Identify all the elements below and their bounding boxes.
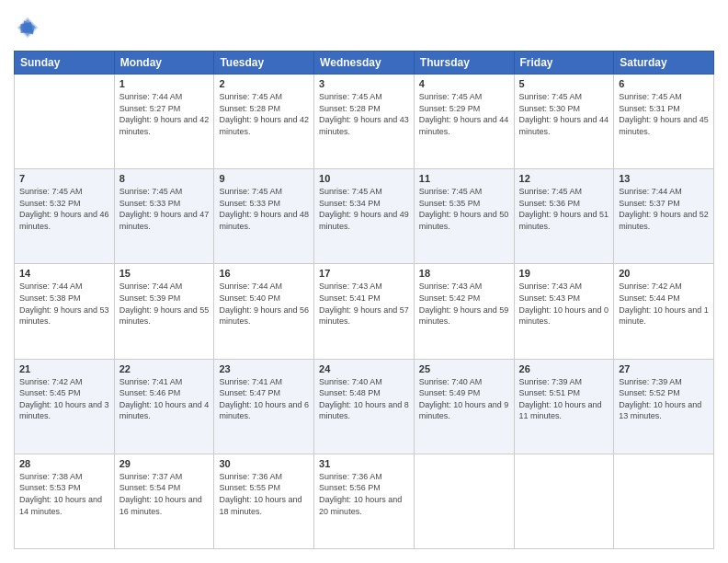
calendar-table: SundayMondayTuesdayWednesdayThursdayFrid… xyxy=(14,51,714,549)
day-number: 27 xyxy=(619,363,709,374)
calendar-cell: 15Sunrise: 7:44 AMSunset: 5:39 PMDayligh… xyxy=(114,264,214,359)
calendar-cell: 28Sunrise: 7:38 AMSunset: 5:53 PMDayligh… xyxy=(15,454,115,548)
day-info: Sunrise: 7:39 AMSunset: 5:51 PMDaylight:… xyxy=(519,376,609,422)
day-header-tuesday: Tuesday xyxy=(214,52,314,75)
calendar-cell: 25Sunrise: 7:40 AMSunset: 5:49 PMDayligh… xyxy=(414,359,514,454)
day-number: 28 xyxy=(19,458,109,469)
calendar-week-2: 7Sunrise: 7:45 AMSunset: 5:32 PMDaylight… xyxy=(15,169,714,264)
day-info: Sunrise: 7:43 AMSunset: 5:43 PMDaylight:… xyxy=(519,281,609,327)
day-info: Sunrise: 7:36 AMSunset: 5:55 PMDaylight:… xyxy=(219,471,309,517)
calendar-cell: 20Sunrise: 7:42 AMSunset: 5:44 PMDayligh… xyxy=(614,264,714,359)
day-number: 1 xyxy=(119,78,210,89)
day-header-wednesday: Wednesday xyxy=(314,52,415,75)
calendar-cell: 30Sunrise: 7:36 AMSunset: 5:55 PMDayligh… xyxy=(214,454,314,548)
calendar-cell: 7Sunrise: 7:45 AMSunset: 5:32 PMDaylight… xyxy=(15,169,115,264)
calendar-cell: 2Sunrise: 7:45 AMSunset: 5:28 PMDaylight… xyxy=(214,75,314,169)
day-info: Sunrise: 7:45 AMSunset: 5:33 PMDaylight:… xyxy=(219,186,309,232)
day-info: Sunrise: 7:42 AMSunset: 5:44 PMDaylight:… xyxy=(619,281,709,327)
day-info: Sunrise: 7:45 AMSunset: 5:28 PMDaylight:… xyxy=(319,91,409,137)
day-info: Sunrise: 7:45 AMSunset: 5:36 PMDaylight:… xyxy=(519,186,609,232)
day-number: 14 xyxy=(19,268,109,279)
day-number: 17 xyxy=(319,268,409,279)
day-info: Sunrise: 7:44 AMSunset: 5:27 PMDaylight:… xyxy=(119,91,210,137)
day-number: 24 xyxy=(319,363,409,374)
calendar-header-row: SundayMondayTuesdayWednesdayThursdayFrid… xyxy=(15,52,714,75)
day-info: Sunrise: 7:45 AMSunset: 5:32 PMDaylight:… xyxy=(19,186,109,232)
day-info: Sunrise: 7:37 AMSunset: 5:54 PMDaylight:… xyxy=(119,471,210,517)
day-number: 29 xyxy=(119,458,210,469)
day-number: 13 xyxy=(619,173,709,184)
calendar-cell xyxy=(414,454,514,548)
calendar-cell: 10Sunrise: 7:45 AMSunset: 5:34 PMDayligh… xyxy=(314,169,415,264)
day-header-saturday: Saturday xyxy=(614,52,714,75)
calendar-cell: 11Sunrise: 7:45 AMSunset: 5:35 PMDayligh… xyxy=(414,169,514,264)
day-header-monday: Monday xyxy=(114,52,214,75)
day-info: Sunrise: 7:45 AMSunset: 5:29 PMDaylight:… xyxy=(419,91,509,137)
calendar-week-5: 28Sunrise: 7:38 AMSunset: 5:53 PMDayligh… xyxy=(15,454,714,548)
day-info: Sunrise: 7:40 AMSunset: 5:48 PMDaylight:… xyxy=(319,376,409,422)
day-number: 16 xyxy=(219,268,309,279)
calendar-cell: 17Sunrise: 7:43 AMSunset: 5:41 PMDayligh… xyxy=(314,264,415,359)
day-number: 18 xyxy=(419,268,509,279)
day-info: Sunrise: 7:45 AMSunset: 5:31 PMDaylight:… xyxy=(619,91,709,137)
day-info: Sunrise: 7:36 AMSunset: 5:56 PMDaylight:… xyxy=(319,471,409,517)
day-number: 7 xyxy=(19,173,109,184)
day-number: 5 xyxy=(519,78,609,89)
day-info: Sunrise: 7:45 AMSunset: 5:28 PMDaylight:… xyxy=(219,91,309,137)
calendar-cell: 23Sunrise: 7:41 AMSunset: 5:47 PMDayligh… xyxy=(214,359,314,454)
day-number: 9 xyxy=(219,173,309,184)
calendar-cell: 21Sunrise: 7:42 AMSunset: 5:45 PMDayligh… xyxy=(15,359,115,454)
day-info: Sunrise: 7:39 AMSunset: 5:52 PMDaylight:… xyxy=(619,376,709,422)
day-number: 23 xyxy=(219,363,309,374)
day-info: Sunrise: 7:40 AMSunset: 5:49 PMDaylight:… xyxy=(419,376,509,422)
logo-icon xyxy=(14,14,41,41)
day-info: Sunrise: 7:42 AMSunset: 5:45 PMDaylight:… xyxy=(19,376,109,422)
calendar-cell: 27Sunrise: 7:39 AMSunset: 5:52 PMDayligh… xyxy=(614,359,714,454)
calendar-week-3: 14Sunrise: 7:44 AMSunset: 5:38 PMDayligh… xyxy=(15,264,714,359)
day-number: 8 xyxy=(119,173,210,184)
day-number: 31 xyxy=(319,458,409,469)
day-number: 12 xyxy=(519,173,609,184)
calendar-cell: 13Sunrise: 7:44 AMSunset: 5:37 PMDayligh… xyxy=(614,169,714,264)
day-info: Sunrise: 7:44 AMSunset: 5:39 PMDaylight:… xyxy=(119,281,210,327)
day-info: Sunrise: 7:45 AMSunset: 5:33 PMDaylight:… xyxy=(119,186,210,232)
day-number: 26 xyxy=(519,363,609,374)
calendar-cell: 9Sunrise: 7:45 AMSunset: 5:33 PMDaylight… xyxy=(214,169,314,264)
day-number: 15 xyxy=(119,268,210,279)
day-number: 22 xyxy=(119,363,210,374)
day-info: Sunrise: 7:43 AMSunset: 5:41 PMDaylight:… xyxy=(319,281,409,327)
day-number: 25 xyxy=(419,363,509,374)
day-header-thursday: Thursday xyxy=(414,52,514,75)
calendar-cell: 19Sunrise: 7:43 AMSunset: 5:43 PMDayligh… xyxy=(514,264,614,359)
calendar-body: 1Sunrise: 7:44 AMSunset: 5:27 PMDaylight… xyxy=(15,75,714,549)
day-info: Sunrise: 7:45 AMSunset: 5:35 PMDaylight:… xyxy=(419,186,509,232)
calendar-cell: 5Sunrise: 7:45 AMSunset: 5:30 PMDaylight… xyxy=(514,75,614,169)
day-number: 10 xyxy=(319,173,409,184)
day-number: 20 xyxy=(619,268,709,279)
day-header-sunday: Sunday xyxy=(15,52,115,75)
day-info: Sunrise: 7:41 AMSunset: 5:47 PMDaylight:… xyxy=(219,376,309,422)
calendar-cell xyxy=(514,454,614,548)
header xyxy=(14,14,714,41)
logo xyxy=(14,14,45,41)
day-number: 6 xyxy=(619,78,709,89)
day-info: Sunrise: 7:45 AMSunset: 5:30 PMDaylight:… xyxy=(519,91,609,137)
day-number: 30 xyxy=(219,458,309,469)
calendar-cell xyxy=(614,454,714,548)
calendar-cell: 22Sunrise: 7:41 AMSunset: 5:46 PMDayligh… xyxy=(114,359,214,454)
calendar-cell: 26Sunrise: 7:39 AMSunset: 5:51 PMDayligh… xyxy=(514,359,614,454)
calendar-cell: 12Sunrise: 7:45 AMSunset: 5:36 PMDayligh… xyxy=(514,169,614,264)
day-number: 11 xyxy=(419,173,509,184)
day-info: Sunrise: 7:38 AMSunset: 5:53 PMDaylight:… xyxy=(19,471,109,517)
calendar-cell: 24Sunrise: 7:40 AMSunset: 5:48 PMDayligh… xyxy=(314,359,415,454)
day-number: 4 xyxy=(419,78,509,89)
day-info: Sunrise: 7:44 AMSunset: 5:38 PMDaylight:… xyxy=(19,281,109,327)
calendar-cell: 3Sunrise: 7:45 AMSunset: 5:28 PMDaylight… xyxy=(314,75,415,169)
day-number: 21 xyxy=(19,363,109,374)
day-number: 19 xyxy=(519,268,609,279)
calendar-cell: 8Sunrise: 7:45 AMSunset: 5:33 PMDaylight… xyxy=(114,169,214,264)
day-header-friday: Friday xyxy=(514,52,614,75)
calendar-week-1: 1Sunrise: 7:44 AMSunset: 5:27 PMDaylight… xyxy=(15,75,714,169)
day-number: 2 xyxy=(219,78,309,89)
calendar-cell: 29Sunrise: 7:37 AMSunset: 5:54 PMDayligh… xyxy=(114,454,214,548)
